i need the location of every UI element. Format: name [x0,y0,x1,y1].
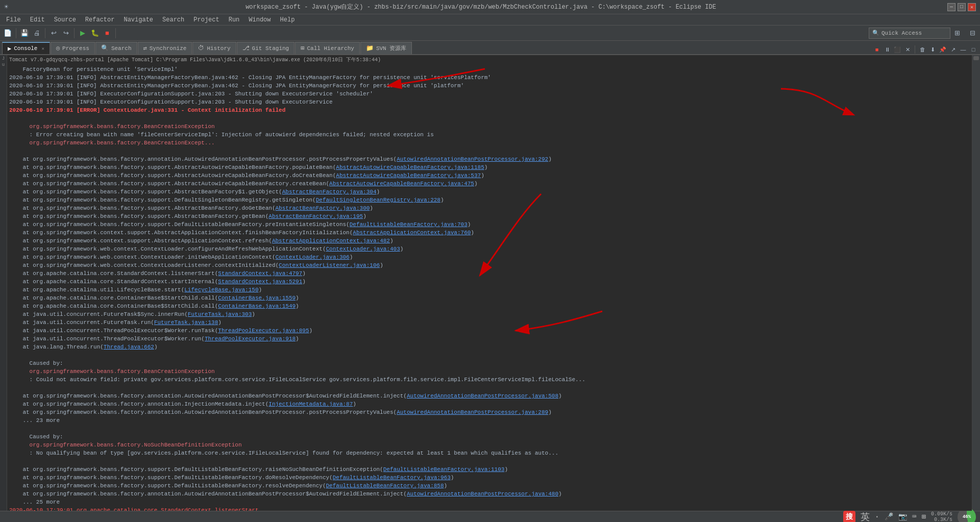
console-content[interactable]: Tomcat v7.0-gdqyqcq-zhbs-portal [Apache … [7,55,972,511]
link-4[interactable]: AbstractAutowireCapableBeanFactory.java:… [329,181,474,187]
toolbar-btn-stop[interactable]: ■ [102,28,113,39]
at-caused-1: at org.springframework.beans.factory.ann… [9,392,970,400]
at-caused-4: at org.springframework.beans.factory.sup… [9,465,970,474]
link-c6[interactable]: DefaultListableBeanFactory.java:858 [326,483,444,489]
toolbar-btn-layout[interactable]: ⊟ [967,28,978,39]
menu-item-help[interactable]: Help [276,15,299,24]
toolbar-separator-4 [115,28,116,38]
console-clear-btn[interactable]: 🗑 [918,45,927,54]
link-24[interactable]: Thread.java:662 [104,344,154,350]
link-16[interactable]: StandardContext.java:5291 [218,279,302,285]
link-20[interactable]: FutureTask.java:303 [188,311,252,317]
speed-up: 0.09K/s [931,511,952,517]
link-13[interactable]: ContextLoader.java:306 [276,254,350,260]
close-button[interactable]: ✕ [968,3,976,11]
link-6[interactable]: DefaultSingletonBeanRegistry.java:228 [316,197,440,203]
at-line-12: at org.springframework.web.context.Conte… [9,245,970,253]
mic-icon[interactable]: 🎤 [885,512,893,521]
link-17[interactable]: LifecycleBase.java:150 [184,287,258,293]
tab-svn-label: SVN 资源库 [376,44,406,52]
link-12[interactable]: ContextLoader.java:403 [326,246,400,252]
minimize-button[interactable]: — [947,3,955,11]
link-19[interactable]: ContainerBase.java:1549 [218,303,296,309]
tab-search[interactable]: 🔍 Search [95,42,137,54]
caused-link-2[interactable]: org.springframework.beans.factory.NoSuch… [30,442,242,448]
link-5[interactable]: AbstractBeanFactory.java:304 [282,189,377,195]
tab-svn[interactable]: 📁 SVN 资源库 [360,42,412,54]
menu-item-source[interactable]: Source [50,15,80,24]
camera-icon[interactable]: 📷 [898,512,907,521]
tab-history[interactable]: ⏱ History [192,42,236,54]
translate-icon[interactable]: · [875,512,880,521]
link-10[interactable]: AbstractApplicationContext.java:760 [353,230,471,236]
toolbar-btn-undo[interactable]: ↩ [48,28,59,39]
link-c2[interactable]: InjectionMetadata.java:87 [268,401,353,407]
link-2[interactable]: AbstractAutowireCapableBeanFactory.java:… [336,164,484,170]
link-22[interactable]: ThreadPoolExecutor.java:895 [218,328,309,334]
console-pin-btn[interactable]: 📌 [938,45,947,54]
caused-link-1[interactable]: org.springframework.beans.factory.BeanCr… [30,368,215,375]
link-1[interactable]: AutowiredAnnotationBeanPostProcessor.jav… [397,156,548,162]
console-scroll-btn[interactable]: ⬇ [928,45,937,54]
link-c7[interactable]: AutowiredAnnotationBeanPostProcessor.jav… [407,491,558,497]
menu-item-run[interactable]: Run [225,15,244,24]
menu-item-edit[interactable]: Edit [26,15,49,24]
timestamp-error-line: 2020-06-10 17:39:01 org.apache.catalina.… [9,506,970,511]
link-3[interactable]: AbstractAutowireCapableBeanFactory.java:… [336,172,481,179]
toolbar-btn-save[interactable]: 💾 [19,28,30,39]
tab-console-close[interactable]: ✕ [41,46,44,52]
sougou-icon[interactable]: 搜 [843,511,855,523]
keyboard-icon[interactable]: ⌨ [912,512,916,521]
console-maximize-btn[interactable]: □ [969,45,978,54]
tab-synchronize[interactable]: ⇄ Synchronize [138,42,192,54]
console-suspend-btn[interactable]: ⏸ [883,45,892,54]
menu-bar: FileEditSourceRefactorNavigateSearchProj… [0,14,980,26]
tab-git-staging[interactable]: ⎇ Git Staging [237,42,295,54]
at-line-16: at org.apache.catalina.core.StandardCont… [9,278,970,286]
console-terminate-btn[interactable]: ⬛ [893,45,902,54]
link-7[interactable]: AbstractBeanFactory.java:300 [276,205,370,211]
grid-icon[interactable]: ⊞ [922,512,926,521]
menu-item-search[interactable]: Search [158,15,188,24]
exception-link-1[interactable]: org.springframework.beans.factory.BeanCr… [30,123,215,130]
right-scrollbar[interactable] [972,55,980,511]
tab-call-hierarchy[interactable]: ⊞ Call Hierarchy [295,42,360,54]
link-9[interactable]: DefaultListableBeanFactory.java:703 [350,221,468,228]
tab-console[interactable]: ▶ Console ✕ [2,42,50,54]
link-c1[interactable]: AutowiredAnnotationBeanPostProcessor.jav… [407,393,558,399]
link-15[interactable]: StandardContext.java:4797 [218,270,302,277]
menu-item-window[interactable]: Window [244,15,275,24]
toolbar-btn-perspective[interactable]: ⊞ [951,28,963,39]
maximize-button[interactable]: □ [958,3,966,11]
link-c5[interactable]: DefaultListableBeanFactory.java:963 [333,475,451,481]
console-stop-btn[interactable]: ■ [872,45,881,54]
link-c3[interactable]: AutowiredAnnotationBeanPostProcessor.jav… [397,409,548,415]
toolbar-btn-redo[interactable]: ↪ [60,28,71,39]
link-11[interactable]: AbstractApplicationContext.java:482 [272,238,390,244]
toolbar-btn-debug[interactable]: 🐛 [89,28,101,39]
scrollbar-thumb[interactable] [973,56,979,60]
menu-item-refactor[interactable]: Refactor [81,15,119,24]
link-8[interactable]: AbstractBeanFactory.java:195 [268,213,363,219]
console-remove-btn[interactable]: ✕ [903,45,912,54]
toolbar-btn-print[interactable]: 🖨 [31,28,42,39]
tab-progress[interactable]: ◎ Progress [51,42,95,54]
link-21[interactable]: FutureTask.java:138 [154,319,218,326]
link-c4[interactable]: DefaultListableBeanFactory.java:1103 [383,466,505,473]
menu-item-project[interactable]: Project [189,15,223,24]
toolbar-separator [16,28,16,38]
toolbar-separator-2 [45,28,45,38]
console-open-btn[interactable]: ↗ [948,45,958,54]
menu-item-file[interactable]: File [2,15,25,24]
menu-item-navigate[interactable]: Navigate [119,15,157,24]
quick-access-box[interactable]: 🔍 Quick Access [869,28,950,39]
console-minimize-btn[interactable]: — [959,45,968,54]
exception-link-1b[interactable]: org.springframework.beans.factory.BeanCr… [30,140,215,146]
toolbar-btn-run[interactable]: ▶ [77,28,88,39]
link-14[interactable]: ContextLoaderListener.java:106 [279,262,380,268]
toolbar-btn-new[interactable]: 📄 [2,28,13,39]
link-18[interactable]: ContainerBase.java:1559 [218,295,296,301]
link-23[interactable]: ThreadPoolExecutor.java:918 [205,336,296,342]
emoji-icon[interactable]: 英 [861,511,870,523]
console-line-error-1: 2020-06-10 17:39:01 [ERROR] ContextLoade… [9,106,970,114]
